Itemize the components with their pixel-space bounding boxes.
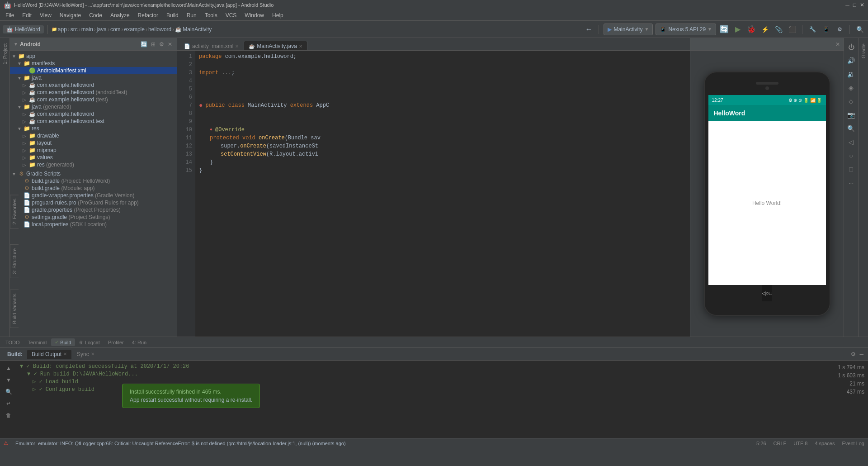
tree-item-mipmap[interactable]: ▷ 📁 mipmap [10, 147, 177, 154]
tree-item-app[interactable]: ▼ 📁 app [10, 52, 177, 60]
tree-item-gradle-scripts[interactable]: ▼ ⚙ Gradle Scripts [10, 170, 177, 177]
tree-item-drawable[interactable]: ▷ 📁 drawable [10, 132, 177, 139]
rt-rotate-button[interactable]: ◈ [846, 82, 857, 93]
sidebar-tab-gradle[interactable]: Gradle [859, 40, 868, 62]
tree-item-androidmanifest[interactable]: 🟢 AndroidManifest.xml [10, 67, 177, 74]
menu-edit[interactable]: Edit [19, 11, 35, 19]
rt-recent-button[interactable]: □ [846, 164, 857, 175]
tree-item-res[interactable]: ▼ 📁 res [10, 125, 177, 132]
tree-item-pkg1[interactable]: ▷ ☕ com.example.helloword [10, 81, 177, 89]
tree-item-proguard[interactable]: 📄 proguard-rules.pro (ProGuard Rules for… [10, 199, 177, 206]
breadcrumb-src[interactable]: src [71, 26, 78, 33]
tree-item-values[interactable]: ▷ 📁 values [10, 154, 177, 161]
device-selector-dropdown[interactable]: 📱 Nexus 5 API 29 ▼ [656, 24, 716, 35]
tool-tab-run[interactable]: 4: Run [128, 339, 150, 346]
bottom-gear-button[interactable]: ⚙ [850, 350, 857, 358]
tool-tab-terminal[interactable]: Terminal [24, 339, 51, 346]
rt-rotate2-button[interactable]: ◇ [846, 96, 857, 107]
tree-item-pkg4[interactable]: ▷ ☕ com.example.helloword [10, 110, 177, 118]
bottom-tab-sync-close[interactable]: ✕ [91, 352, 94, 357]
tree-item-manifests[interactable]: ▼ 📁 manifests [10, 60, 177, 67]
code-content[interactable]: package com.example.helloword; import ..… [195, 51, 690, 337]
menu-vcs[interactable]: VCS [222, 11, 241, 19]
status-encoding[interactable]: CRLF [774, 441, 787, 446]
run-button[interactable]: ▶ [732, 24, 743, 35]
menu-analyze[interactable]: Analyze [107, 11, 133, 19]
rt-more-button[interactable]: ··· [846, 177, 857, 188]
breadcrumb-main[interactable]: main [81, 26, 93, 33]
menu-refactor[interactable]: Refactor [134, 11, 162, 19]
bottom-minimize-button[interactable]: ─ [859, 350, 864, 358]
tree-item-local-properties[interactable]: 📄 local.properties (SDK Location) [10, 221, 177, 228]
rt-back-button[interactable]: ◁ [846, 137, 857, 147]
maximize-button[interactable]: □ [853, 2, 856, 8]
event-log-button[interactable]: Event Log [842, 441, 864, 446]
menu-help[interactable]: Help [269, 11, 287, 19]
stop-button[interactable]: ⬛ [787, 24, 797, 35]
tab-activity-main[interactable]: 📄 activity_main.xml ✕ [179, 41, 244, 50]
bottom-tab-sync[interactable]: Sync ✕ [72, 350, 99, 359]
tree-item-pkg3[interactable]: ▷ ☕ com.example.helloword (test) [10, 96, 177, 103]
status-charset[interactable]: UTF-8 [793, 441, 807, 446]
breadcrumb-example[interactable]: example [124, 26, 145, 33]
rt-zoom-button[interactable]: 🔍 [846, 123, 857, 134]
breadcrumb-helloword[interactable]: helloword [148, 26, 171, 33]
menu-tools[interactable]: Tools [201, 11, 221, 19]
tab-activity-main-close[interactable]: ✕ [235, 44, 239, 49]
tree-item-pkg2[interactable]: ▷ ☕ com.example.helloword (androidTest) [10, 89, 177, 96]
rt-screenshot-button[interactable]: 📷 [846, 109, 857, 120]
tree-item-res-generated[interactable]: ▷ 📁 res (generated) [10, 161, 177, 168]
search-button[interactable]: 🔍 [854, 24, 865, 35]
tool-tab-build[interactable]: ✓ Build [51, 338, 75, 346]
tree-item-layout[interactable]: ▷ 📁 layout [10, 139, 177, 147]
attach-button[interactable]: 📎 [773, 24, 784, 35]
close-button[interactable]: ✕ [860, 2, 864, 8]
sidebar-tab-build-variants[interactable]: Build Variants [10, 290, 19, 328]
tree-item-java-generated[interactable]: ▼ 📁 java (generated) [10, 103, 177, 110]
menu-code[interactable]: Code [85, 11, 106, 19]
menu-navigate[interactable]: Navigate [56, 11, 85, 19]
menu-build[interactable]: Build [163, 11, 182, 19]
run-config-dropdown[interactable]: ▶ MainActivity ▼ [604, 24, 653, 35]
project-dropdown-icon[interactable]: ▼ [14, 42, 18, 47]
build-action-wrap[interactable]: ↵ [4, 399, 14, 409]
build-action-clear[interactable]: 🗑 [4, 410, 14, 420]
build-action-up[interactable]: ▲ [4, 363, 14, 373]
collapse-all-button[interactable]: ⊞ [150, 40, 156, 48]
sync-project-button[interactable]: 🔄 [140, 40, 148, 48]
tab-mainactivity-close[interactable]: ✕ [299, 44, 302, 49]
sdk-button[interactable]: 🔧 [807, 24, 818, 35]
sync-button[interactable]: 🔄 [719, 24, 730, 35]
breadcrumb-com[interactable]: com [110, 26, 121, 33]
menu-window[interactable]: Window [241, 11, 268, 19]
rt-volume-up-button[interactable]: 🔊 [846, 55, 857, 66]
tree-item-build-gradle-project[interactable]: ⚙ build.gradle (Project: HelloWord) [10, 177, 177, 185]
emulator-close-button[interactable]: ✕ [835, 41, 840, 48]
profile-button[interactable]: ⚡ [760, 24, 770, 35]
menu-view[interactable]: View [36, 11, 55, 19]
minimize-button[interactable]: ─ [845, 2, 849, 8]
sidebar-tab-favorites[interactable]: 2: Favorites [10, 195, 19, 228]
hide-panel-button[interactable]: ✕ [167, 40, 173, 48]
phone-home-button[interactable]: ○ [766, 290, 769, 296]
settings-button[interactable]: ⚙ [834, 24, 845, 35]
breadcrumb-java[interactable]: java [97, 26, 107, 33]
phone-recent-button[interactable]: □ [769, 290, 772, 296]
debug-button[interactable]: 🐞 [746, 24, 757, 35]
sidebar-tab-project[interactable]: 1: Project [1, 40, 9, 68]
breadcrumb-app[interactable]: 📁 app [52, 26, 67, 33]
tool-tab-todo[interactable]: TODO [2, 339, 24, 346]
breadcrumb-mainactivity[interactable]: ☕ MainActivity [175, 26, 212, 33]
rt-power-button[interactable]: ⏻ [846, 42, 857, 52]
sidebar-tab-structure[interactable]: 3: Structure [10, 244, 19, 278]
tab-mainactivity[interactable]: ☕ MainActivity.java ✕ [244, 41, 307, 50]
avd-button[interactable]: 📱 [821, 24, 831, 35]
bottom-tab-build-output-close[interactable]: ✕ [63, 352, 67, 357]
tree-item-build-gradle-app[interactable]: ⚙ build.gradle (Module: app) [10, 185, 177, 192]
code-editor[interactable]: 1 2 3 4 5 6 7 8 9 10 11 12 13 14 15 pack… [177, 51, 690, 337]
project-logo[interactable]: 🤖 HelloWord [3, 25, 44, 33]
rt-volume-down-button[interactable]: 🔉 [846, 69, 857, 80]
window-controls[interactable]: ─ □ ✕ [845, 2, 864, 8]
rt-home-button[interactable]: ○ [846, 150, 857, 161]
menu-file[interactable]: File [2, 11, 18, 19]
